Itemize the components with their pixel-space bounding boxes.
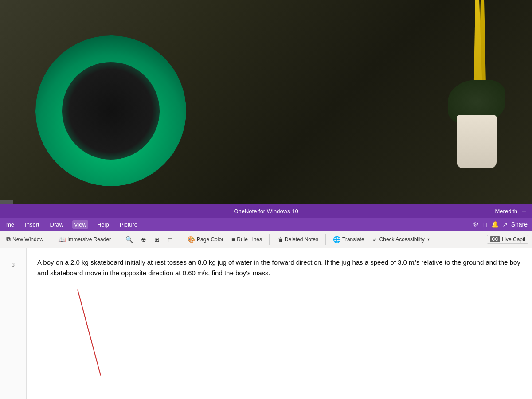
zoom-in-icon: ⊕ bbox=[141, 236, 146, 243]
share-label[interactable]: Share bbox=[511, 221, 528, 228]
toolbar-divider-3 bbox=[180, 234, 180, 245]
immersive-reader-button[interactable]: 📖 Immersive Reader bbox=[55, 235, 113, 244]
new-window-label: New Window bbox=[12, 236, 43, 243]
rule-lines-label: Rule Lines bbox=[237, 236, 262, 243]
new-window-button[interactable]: ⧉ New Window bbox=[4, 234, 46, 244]
new-window-icon: ⧉ bbox=[6, 235, 11, 243]
page-icon: ◻ bbox=[168, 236, 173, 243]
minimize-button[interactable]: – bbox=[520, 204, 528, 218]
line-number: 3 bbox=[12, 262, 15, 268]
translate-label: Translate bbox=[342, 236, 364, 243]
deleted-notes-label: Deleted Notes bbox=[285, 236, 318, 243]
deleted-notes-button[interactable]: 🗑 Deleted Notes bbox=[274, 235, 321, 244]
immersive-reader-label: Immersive Reader bbox=[67, 236, 111, 243]
menu-item-insert[interactable]: Insert bbox=[23, 220, 41, 229]
toolbar-divider-5 bbox=[325, 234, 326, 245]
app-title: OneNote for Windows 10 bbox=[0, 208, 532, 215]
page-fit-button[interactable]: ◻ bbox=[165, 235, 176, 244]
toolbar-right: CC Live Capti bbox=[487, 235, 528, 244]
rule-lines-icon: ≡ bbox=[231, 236, 235, 243]
menu-item-me[interactable]: me bbox=[4, 220, 16, 229]
accessibility-dropdown-icon: ▾ bbox=[427, 237, 430, 242]
live-caption-button[interactable]: CC Live Capti bbox=[487, 235, 528, 244]
rule-lines-button[interactable]: ≡ Rule Lines bbox=[229, 235, 265, 244]
username: Meredith bbox=[495, 208, 518, 215]
page-color-button[interactable]: 🎨 Page Color bbox=[185, 235, 226, 244]
live-caption-label: Live Capti bbox=[502, 236, 525, 243]
page-color-icon: 🎨 bbox=[188, 236, 195, 243]
cc-icon: CC bbox=[490, 236, 500, 242]
header-icons: ⚙ ◻ 🔔 ↗ Share bbox=[473, 218, 528, 231]
translate-icon: 🌐 bbox=[333, 236, 340, 243]
immersive-reader-icon: 📖 bbox=[58, 236, 66, 243]
note-text: A boy on a 2.0 kg skateboard initially a… bbox=[37, 257, 521, 282]
share-header-icon[interactable]: ↗ bbox=[502, 221, 508, 228]
title-bar-controls: Meredith – bbox=[495, 204, 532, 218]
note-content[interactable]: A boy on a 2.0 kg skateboard initially a… bbox=[27, 248, 532, 399]
toolbar-divider-4 bbox=[269, 234, 270, 245]
menu-item-draw[interactable]: Draw bbox=[48, 220, 65, 229]
profile-icon[interactable]: ◻ bbox=[482, 221, 488, 228]
settings-icon[interactable]: ⚙ bbox=[473, 221, 479, 228]
toolbar: ⧉ New Window 📖 Immersive Reader 🔍 ⊕ ⊞ ◻ … bbox=[0, 231, 532, 248]
plant-vase bbox=[457, 115, 497, 168]
fit-page-icon: ⊞ bbox=[154, 236, 160, 243]
zoom-out-button[interactable]: 🔍 bbox=[123, 235, 136, 244]
menu-item-picture[interactable]: Picture bbox=[118, 220, 139, 229]
zoom-in-button[interactable]: ⊕ bbox=[138, 235, 149, 244]
deleted-notes-icon: 🗑 bbox=[277, 236, 283, 243]
background-photo bbox=[0, 0, 532, 204]
bell-icon[interactable]: 🔔 bbox=[491, 221, 499, 228]
check-accessibility-icon: ✓ bbox=[372, 236, 378, 243]
check-accessibility-button[interactable]: ✓ Check Accessibility ▾ bbox=[370, 235, 432, 244]
toolbar-divider-1 bbox=[51, 234, 51, 245]
menu-item-view[interactable]: View bbox=[72, 220, 88, 229]
content-area: 3 A boy on a 2.0 kg skateboard initially… bbox=[0, 248, 532, 399]
page-color-label: Page Color bbox=[197, 236, 223, 243]
toolbar-divider-2 bbox=[118, 234, 118, 245]
translate-button[interactable]: 🌐 Translate bbox=[330, 235, 367, 244]
menu-item-help[interactable]: Help bbox=[95, 220, 111, 229]
check-accessibility-label: Check Accessibility bbox=[379, 236, 425, 243]
title-bar: OneNote for Windows 10 Meredith – bbox=[0, 204, 532, 218]
menu-bar: me Insert Draw View Help Picture bbox=[0, 218, 532, 231]
left-margin: 3 bbox=[0, 248, 27, 399]
fit-page-button[interactable]: ⊞ bbox=[152, 235, 162, 244]
lamp-arc-inner bbox=[62, 62, 160, 160]
zoom-out-icon: 🔍 bbox=[125, 236, 133, 243]
